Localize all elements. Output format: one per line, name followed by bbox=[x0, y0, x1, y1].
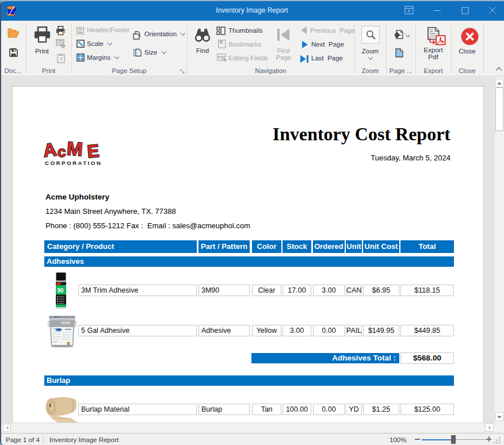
svg-text:?: ? bbox=[59, 56, 63, 62]
svg-text:CORPORATION: CORPORATION bbox=[45, 160, 102, 166]
svg-text:M: M bbox=[66, 139, 83, 160]
svg-text:A: A bbox=[43, 139, 58, 161]
svg-text:E: E bbox=[86, 140, 100, 162]
svg-text:90: 90 bbox=[57, 287, 64, 294]
svg-text:c: c bbox=[58, 143, 66, 160]
